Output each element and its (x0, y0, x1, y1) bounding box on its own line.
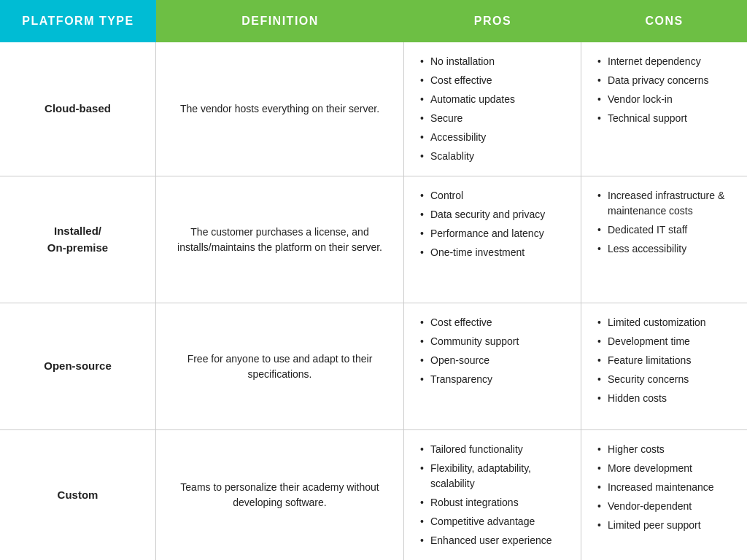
pros-item: Robust integrations (417, 495, 568, 510)
cons-item: Less accessibility (595, 241, 734, 257)
cons-cell: Higher costsMore developmentIncreased ma… (581, 430, 747, 560)
pros-item: Competitive advantage (417, 514, 568, 529)
definition-cell: The customer purchases a license, and in… (156, 176, 404, 303)
definition-cell: Teams to personalize their academy witho… (156, 430, 404, 560)
pros-item: Tailored functionality (417, 442, 568, 457)
pros-cell: ControlData security and privacyPerforma… (404, 176, 581, 303)
pros-item: Community support (417, 334, 519, 349)
header-platform-type: PLATFORM TYPE (0, 0, 156, 42)
pros-item: Performance and latency (417, 226, 545, 241)
cons-item: Higher costs (595, 442, 714, 457)
header-pros: PROS (404, 0, 581, 42)
pros-item: Scalablity (417, 149, 515, 164)
definition-cell: The vendor hosts everything on their ser… (156, 42, 404, 176)
cons-cell: Increased infrastructure & maintenance c… (581, 176, 747, 303)
pros-item: Data security and privacy (417, 207, 545, 222)
cons-item: Technical support (595, 111, 709, 126)
cons-item: Limited peer support (595, 518, 714, 533)
cons-item: Development time (595, 334, 706, 349)
pros-item: One-time investment (417, 245, 545, 260)
pros-cell: Cost effectiveCommunity supportOpen-sour… (404, 303, 581, 429)
header-definition: DEFINITION (156, 0, 404, 42)
pros-item: No installation (417, 54, 515, 69)
pros-item: Secure (417, 111, 515, 126)
cons-item: Feature limitations (595, 353, 706, 368)
pros-item: Enhanced user experience (417, 533, 568, 548)
table-header: PLATFORM TYPE DEFINITION PROS CONS (0, 0, 747, 42)
cons-item: Security concerns (595, 372, 706, 387)
cons-item: Internet dependency (595, 54, 709, 69)
pros-item: Accessibility (417, 130, 515, 145)
platform-name-cell: Cloud-based (0, 42, 156, 176)
table-row: Cloud-basedThe vendor hosts everything o… (0, 42, 747, 176)
pros-cell: Tailored functionalityFlexibility, adapt… (404, 430, 581, 560)
cons-item: Vendor-dependent (595, 499, 714, 514)
platform-name-cell: Open-source (0, 303, 156, 429)
cons-item: Data privacy concerns (595, 73, 709, 88)
pros-item: Transparency (417, 372, 519, 387)
definition-cell: Free for anyone to use and adapt to thei… (156, 303, 404, 429)
pros-item: Control (417, 188, 545, 203)
cons-item: Dedicated IT staff (595, 222, 734, 238)
cons-item: Limited customization (595, 315, 706, 330)
pros-item: Open-source (417, 353, 519, 368)
pros-item: Cost effective (417, 73, 515, 88)
platform-name-cell: Installed/ On-premise (0, 176, 156, 303)
cons-item: Increased infrastructure & maintenance c… (595, 188, 734, 219)
pros-item: Automatic updates (417, 92, 515, 107)
cons-cell: Limited customizationDevelopment timeFea… (581, 303, 747, 429)
pros-item: Cost effective (417, 315, 519, 330)
pros-item: Flexibility, adaptability, scalability (417, 461, 568, 491)
cons-item: Increased maintenance (595, 480, 714, 495)
table-row: Installed/ On-premiseThe customer purcha… (0, 176, 747, 303)
cons-item: Hidden costs (595, 391, 706, 406)
header-cons: CONS (581, 0, 747, 42)
pros-cell: No installationCost effectiveAutomatic u… (404, 42, 581, 176)
table-body: Cloud-basedThe vendor hosts everything o… (0, 42, 747, 560)
platform-name-cell: Custom (0, 430, 156, 560)
table-row: CustomTeams to personalize their academy… (0, 430, 747, 560)
cons-item: Vendor lock-in (595, 92, 709, 107)
table-row: Open-sourceFree for anyone to use and ad… (0, 303, 747, 430)
comparison-table: PLATFORM TYPE DEFINITION PROS CONS Cloud… (0, 0, 747, 560)
cons-cell: Internet dependencyData privacy concerns… (581, 42, 747, 176)
cons-item: More development (595, 461, 714, 476)
